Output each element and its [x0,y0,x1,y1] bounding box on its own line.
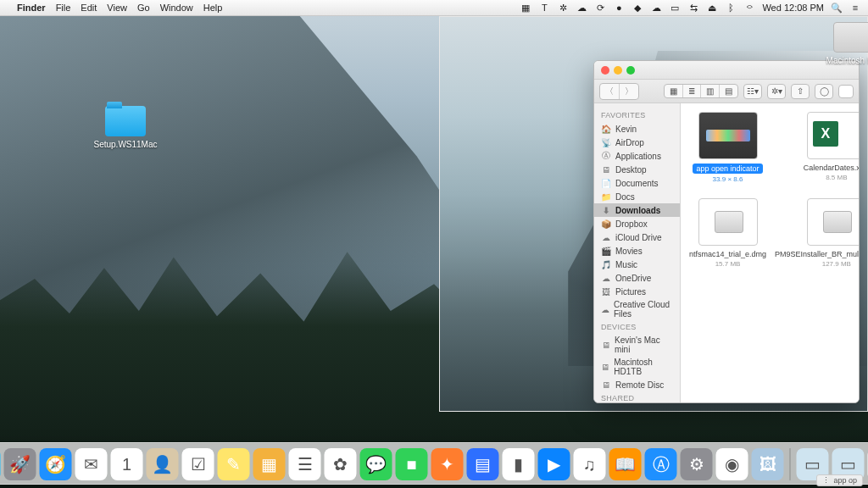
forward-button[interactable]: 〉 [620,84,638,99]
sidebar-device-kevin-s-mac-mini[interactable]: 🖥Kevin's Mac mini [594,334,680,356]
bluetooth-icon[interactable]: ᛒ [725,2,737,14]
action-button[interactable]: ✲▾ [767,84,786,99]
dock-separator [790,448,791,480]
dock-app-ibooks[interactable]: ▤ [467,448,499,480]
sidebar-item-kevin[interactable]: 🏠Kevin [594,122,680,136]
dock-app-appstore[interactable]: Ⓐ [645,448,677,480]
menu-extra-icon[interactable]: ✲ [557,2,569,14]
eject-icon[interactable]: ⏏ [706,2,718,14]
sidebar-item-onedrive[interactable]: ☁OneDrive [594,271,680,285]
arrows-icon[interactable]: ⇆ [687,2,699,14]
dock-app-itunes[interactable]: ♫ [574,448,606,480]
sidebar-item-label: iCloud Drive [615,233,661,242]
sidebar-item-documents[interactable]: 📄Documents [594,176,680,190]
menubar-item-go[interactable]: Go [137,3,150,13]
sidebar-item-music[interactable]: 🎵Music [594,258,680,271]
sidebar-item-pictures[interactable]: 🖼Pictures [594,285,680,298]
icon-view-button[interactable]: ▦ [665,85,683,97]
dock-app-trello[interactable]: ▦ [253,448,286,480]
close-button[interactable] [601,66,609,75]
dock-app-safari[interactable]: 🧭 [40,448,72,480]
cloud-icon[interactable]: ☁ [576,2,587,14]
shield-icon[interactable]: ◆ [632,2,643,14]
disk-icon[interactable]: ● [613,2,625,14]
sidebar-item-label: Kevin [615,125,637,134]
sidebar-device-macintosh-hd1tb[interactable]: 🖥Macintosh HD1TB [594,356,680,378]
share-button[interactable]: ⇧ [791,84,810,99]
sidebar-item-airdrop[interactable]: 📡AirDrop [594,136,680,149]
tags-button[interactable]: ◯ [815,84,833,99]
sidebar-item-applications[interactable]: ⒶApplications [594,149,680,163]
dock-app-keynote[interactable]: ▶ [538,448,570,480]
dock-app-numbers[interactable]: ▮ [503,448,535,480]
zoom-button[interactable] [626,66,635,75]
sidebar-item-dropbox[interactable]: 📦Dropbox [594,217,680,230]
sidebar-item-creative-cloud-files[interactable]: ☁Creative Cloud Files [594,298,680,320]
dock-app-calendar[interactable]: 1 [111,448,143,480]
wifi-icon[interactable]: ⌔ [743,2,755,14]
back-button[interactable]: 〈 [600,84,620,99]
notifications-icon[interactable]: ≡ [849,2,861,14]
search-field[interactable] [838,85,854,98]
dock-app-messages[interactable]: ☰ [289,448,321,480]
sidebar-item-downloads[interactable]: ⬇Downloads [594,203,680,217]
file-item[interactable]: app open indicator33.9 × 8.6 [689,112,766,183]
dock-app-contacts[interactable]: 👤 [147,448,179,480]
dock-app-imessage[interactable]: 💬 [360,448,392,480]
desktop-folder-label: Setup.WS11Mac [93,140,158,149]
list-view-button[interactable]: ≣ [683,85,701,97]
sidebar-heading-devices: Devices [594,320,680,334]
sidebar-item-icon: 📄 [601,178,611,188]
sidebar-item-label: Kevin's Mac mini [615,336,673,354]
sidebar-item-icloud-drive[interactable]: ☁iCloud Drive [594,230,680,244]
dock-app-reminders[interactable]: ☑ [182,448,214,480]
menubar-item-help[interactable]: Help [203,3,223,13]
sync-icon[interactable]: ⟳ [594,2,606,14]
dock-app-chrome2[interactable]: ◉ [716,448,748,480]
file-name: ntfsmac14_trial_e.dmg [689,250,766,258]
sidebar-item-label: Music [615,260,637,269]
desktop-disk[interactable]: Macintosh HD [821,22,868,65]
dock-app-photobooth[interactable]: ✦ [431,448,464,480]
file-name: CalendarDates.xlsx [804,164,859,172]
sidebar-item-docs[interactable]: 📁Docs [594,190,680,203]
file-item[interactable]: PM9SEInstaller_BR_multilang2.dmg127.9 MB [775,198,859,268]
dock-app-photos[interactable]: ✿ [325,448,357,480]
dock-app-launchpad[interactable]: 🚀 [4,448,36,480]
menubar-item-window[interactable]: Window [160,3,193,13]
menubar-item-file[interactable]: File [56,3,71,13]
corner-badge[interactable]: ⋮app op [816,474,863,486]
file-item[interactable]: ntfsmac14_trial_e.dmg15.7 MB [689,198,766,268]
sidebar-item-label: Pictures [615,287,646,297]
dock-app-mail[interactable]: ✉ [75,448,108,480]
menu-extra-icon[interactable]: T [538,2,550,14]
dock-app-systemprefs[interactable]: ⚙ [681,448,713,480]
sidebar-item-desktop[interactable]: 🖥Desktop [594,163,680,176]
menubar-clock[interactable]: Wed 12:08 PM [762,3,824,13]
dock-app-preview[interactable]: 🖼 [752,448,784,480]
coverflow-view-button[interactable]: ▤ [720,85,737,97]
file-meta: 8.5 MB [775,174,859,181]
dock-app-facetime[interactable]: ■ [396,448,428,480]
menubar-app-name[interactable]: Finder [17,3,46,13]
desktop-folder[interactable]: Setup.WS11Mac [93,106,158,149]
desktop-disk-label: Macintosh HD [821,56,868,65]
dock-app-ibooks2[interactable]: 📖 [609,448,642,480]
finder-titlebar[interactable] [594,61,859,80]
finder-content[interactable]: app open indicator33.9 × 8.6XCalendarDat… [681,103,859,402]
minimize-button[interactable] [614,66,622,75]
menubar-item-view[interactable]: View [107,3,127,13]
dock-app-finder[interactable]: ☻ [0,448,1,480]
cloud-icon[interactable]: ☁ [650,2,662,14]
dock-app-notes[interactable]: ✎ [218,448,250,480]
sidebar-item-movies[interactable]: 🎬Movies [594,244,680,258]
menu-extra-icon[interactable]: ▦ [520,2,531,14]
menubar-item-edit[interactable]: Edit [81,3,97,13]
spotlight-icon[interactable]: 🔍 [831,2,843,14]
arrange-button[interactable]: ☷▾ [743,84,762,99]
sidebar-device-remote-disc[interactable]: 🖥Remote Disc [594,378,680,391]
file-item[interactable]: XCalendarDates.xlsx8.5 MB [775,112,859,183]
column-view-button[interactable]: ▥ [701,85,720,97]
sidebar-item-label: Macintosh HD1TB [614,358,673,376]
display-icon[interactable]: ▭ [669,2,681,14]
